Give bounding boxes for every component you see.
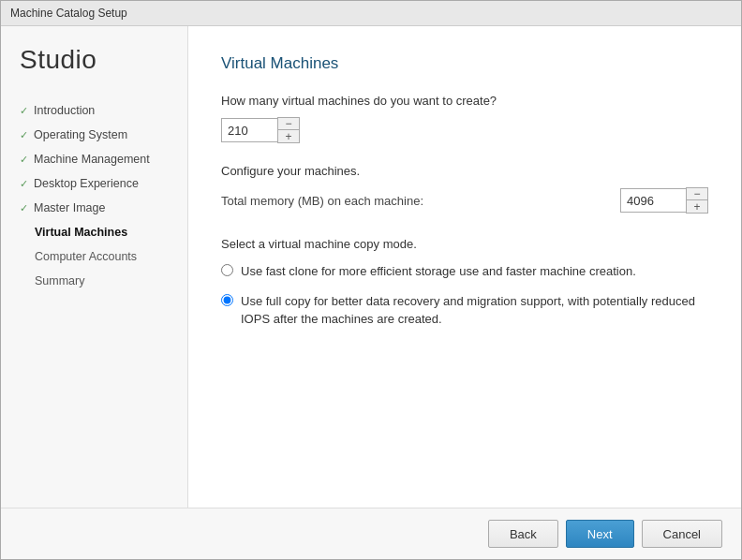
sidebar-item-desktop-experience: ✓ Desktop Experience [20, 176, 187, 191]
radio-fast-clone[interactable] [221, 264, 233, 276]
sidebar-label-de: Desktop Experience [34, 177, 139, 190]
vm-count-stepper: − + [277, 117, 300, 143]
memory-label: Total memory (MB) on each machine: [221, 194, 620, 208]
copy-mode-section: Select a virtual machine copy mode. Use … [221, 237, 708, 340]
vm-count-row: − + [221, 117, 708, 143]
sidebar-label-os: Operating System [34, 128, 127, 141]
radio-full-copy-label: Use full copy for better data recovery a… [241, 292, 708, 329]
sidebar-label-ca: Computer Accounts [35, 250, 137, 263]
sidebar-label-summary: Summary [35, 274, 84, 287]
sidebar-item-virtual-machines: Virtual Machines [20, 225, 187, 240]
next-button[interactable]: Next [566, 520, 634, 548]
memory-minus-btn[interactable]: − [687, 188, 707, 200]
sidebar-item-machine-management: ✓ Machine Management [20, 152, 187, 167]
radio-fast-clone-option: Use fast clone for more efficient storag… [221, 262, 708, 281]
memory-plus-btn[interactable]: + [687, 200, 707, 213]
check-icon-mi: ✓ [20, 202, 28, 214]
main-panel: Virtual Machines How many virtual machin… [188, 26, 741, 508]
memory-stepper: − + [686, 187, 708, 214]
check-icon-os: ✓ [20, 129, 28, 141]
sidebar-label-vm: Virtual Machines [20, 226, 127, 239]
memory-input[interactable] [620, 188, 686, 213]
vm-count-minus-btn[interactable]: − [278, 118, 299, 130]
check-icon-mm: ✓ [20, 154, 28, 166]
sidebar-item-introduction: ✓ Introduction [20, 103, 187, 118]
memory-input-group: − + [620, 187, 708, 214]
sidebar-label-mi: Master Image [34, 201, 105, 214]
sidebar-item-operating-system: ✓ Operating System [20, 127, 187, 142]
configure-section: Configure your machines. Total memory (M… [221, 164, 708, 214]
main-window: Machine Catalog Setup Studio ✓ Introduct… [0, 0, 742, 560]
sidebar: Studio ✓ Introduction ✓ Operating System… [1, 26, 188, 508]
sidebar-label-introduction: Introduction [34, 104, 95, 117]
copy-mode-label: Select a virtual machine copy mode. [221, 237, 708, 251]
configure-label: Configure your machines. [221, 164, 708, 178]
vm-count-input[interactable] [221, 118, 277, 142]
title-bar: Machine Catalog Setup [1, 1, 741, 26]
sidebar-label-mm: Machine Management [34, 153, 150, 166]
footer: Back Next Cancel [1, 508, 741, 559]
sidebar-nav: ✓ Introduction ✓ Operating System ✓ Mach… [20, 103, 187, 288]
back-button[interactable]: Back [488, 520, 558, 548]
cancel-button[interactable]: Cancel [642, 520, 722, 548]
check-icon-de: ✓ [20, 178, 28, 190]
sidebar-title: Studio [20, 45, 187, 75]
sidebar-item-summary: Summary [20, 273, 187, 288]
radio-full-copy[interactable] [221, 294, 233, 306]
check-icon-introduction: ✓ [20, 105, 28, 117]
window-title: Machine Catalog Setup [10, 7, 127, 20]
memory-row: Total memory (MB) on each machine: − + [221, 187, 708, 214]
vm-count-plus-btn[interactable]: + [278, 130, 299, 142]
radio-fast-clone-label: Use fast clone for more efficient storag… [241, 262, 636, 281]
content-area: Studio ✓ Introduction ✓ Operating System… [1, 26, 741, 508]
vm-count-label: How many virtual machines do you want to… [221, 94, 708, 108]
sidebar-item-computer-accounts: Computer Accounts [20, 249, 187, 264]
sidebar-item-master-image: ✓ Master Image [20, 200, 187, 215]
main-title: Virtual Machines [221, 54, 708, 73]
radio-full-copy-option: Use full copy for better data recovery a… [221, 292, 708, 329]
